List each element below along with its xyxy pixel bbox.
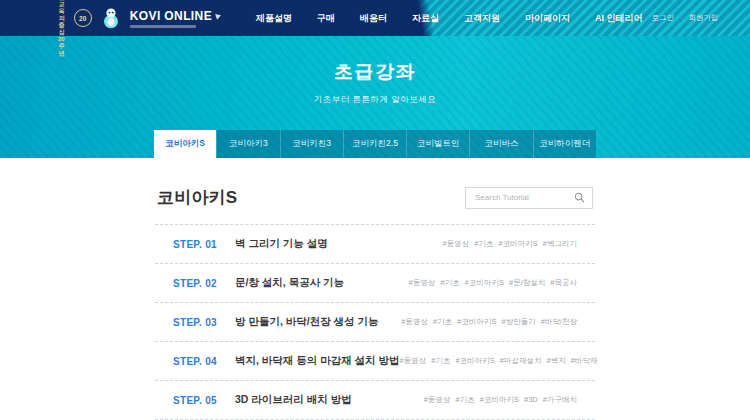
page-subtitle: 기초부터 튼튼하게 알아보세요 — [0, 94, 750, 106]
tab-kovi-archi-3[interactable]: 코비아키3 — [216, 130, 279, 158]
step-number: STEP. 03 — [173, 317, 225, 328]
tutorial-step-row-1[interactable]: STEP. 01 벽 그리기 기능 설명 #동영상 #기초 #코비아키S #벽그… — [155, 225, 595, 264]
tutorial-step-row-2[interactable]: STEP. 02 문/창 설치, 목공사 기능 #동영상 #기초 #코비아키S … — [155, 264, 595, 303]
tutorial-search-box[interactable] — [465, 187, 593, 209]
anniversary-badge: 온라인교육의 중심 20주년 — [58, 0, 65, 57]
menu-item-products[interactable]: 제품설명 — [256, 12, 292, 25]
main-menu: 제품설명 구매 배움터 자료실 고객지원 마이페이지 AI 인테리어 — [256, 12, 643, 25]
step-title: 벽지, 바닥재 등의 마감재 설치 방법 — [235, 354, 400, 368]
tab-kovi-highlander[interactable]: 코비하이랜더 — [533, 130, 596, 158]
step-number: STEP. 02 — [173, 278, 225, 289]
tab-kovi-archi-s[interactable]: 코비아키S — [154, 130, 216, 158]
top-navbar: 온라인교육의 중심 20주년 20 KOVI ONLINE 제품설명 구매 배움… — [0, 0, 750, 36]
hero-banner: 초급강좌 기초부터 튼튼하게 알아보세요 코비아키S 코비아키3 코비키친3 코… — [0, 36, 750, 158]
anniversary-badge-line1: 온라인교육의 — [58, 0, 65, 22]
step-title: 벽 그리기 기능 설명 — [235, 237, 328, 251]
logo-accent-icon — [215, 12, 222, 19]
step-tags: #동영상 #기초 #코비아키S #벽그리기 — [443, 239, 577, 249]
step-title: 방 만들기, 바닥/천장 생성 기능 — [235, 315, 379, 329]
anniversary-badge-line2: 중심 20주년 — [58, 22, 65, 57]
step-number: STEP. 05 — [173, 395, 225, 406]
step-number: STEP. 01 — [173, 239, 225, 250]
menu-item-support[interactable]: 고객지원 — [464, 12, 500, 25]
auth-links: 로그인 · 회원가입 — [652, 13, 719, 23]
menu-item-learning[interactable]: 배움터 — [360, 12, 387, 25]
step-number: STEP. 04 — [173, 356, 225, 367]
step-title: 문/창 설치, 목공사 기능 — [235, 276, 344, 290]
menu-item-resources[interactable]: 자료실 — [412, 12, 439, 25]
step-tags: #동영상 #기초 #코비아키S #마감재설치 #벽지 #바닥재 — [400, 356, 598, 366]
step-tags: #동영상 #기초 #코비아키S #방만들기 #바닥/천장 — [401, 317, 577, 327]
step-title: 3D 라이브러리 배치 방법 — [235, 393, 352, 407]
logo-tagline — [130, 25, 196, 28]
auth-separator: · — [680, 14, 683, 23]
step-tags: #동영상 #기초 #코비아키S #문/창설치 #목공사 — [409, 278, 577, 288]
tab-kovi-kitchen-3[interactable]: 코비키친3 — [280, 130, 343, 158]
tab-kovi-bath[interactable]: 코비바스 — [469, 130, 532, 158]
menu-item-purchase[interactable]: 구매 — [317, 12, 335, 25]
product-tabs: 코비아키S 코비아키3 코비키친3 코비키친2.5 코비빌트인 코비바스 코비하… — [154, 130, 596, 158]
menu-item-mypage[interactable]: 마이페이지 — [525, 12, 570, 25]
tutorial-step-row-3[interactable]: STEP. 03 방 만들기, 바닥/천장 생성 기능 #동영상 #기초 #코비… — [155, 303, 595, 342]
search-icon[interactable] — [574, 192, 585, 203]
menu-item-ai-interior[interactable]: AI 인테리어 — [595, 12, 643, 25]
page-title: 초급강좌 — [0, 36, 750, 85]
signup-link[interactable]: 회원가입 — [689, 13, 719, 23]
tutorial-step-row-4[interactable]: STEP. 04 벽지, 바닥재 등의 마감재 설치 방법 #동영상 #기초 #… — [155, 342, 595, 381]
logo[interactable]: KOVI ONLINE — [130, 9, 221, 28]
section-title: 코비아키S — [157, 186, 237, 209]
content-area: 코비아키S STEP. 01 벽 그리기 기능 설명 #동영상 #기초 #코비아… — [155, 158, 595, 420]
step-tags: #동영상 #기초 #코비아키S #3D #가구배치 — [424, 395, 577, 405]
tutorial-step-row-5[interactable]: STEP. 05 3D 라이브러리 배치 방법 #동영상 #기초 #코비아키S … — [155, 381, 595, 420]
login-link[interactable]: 로그인 — [652, 13, 675, 23]
mascot-logo-icon — [101, 7, 121, 29]
emblem-number: 20 — [79, 15, 86, 22]
tab-kovi-kitchen-2-5[interactable]: 코비키친2.5 — [343, 130, 406, 158]
logo-text: KOVI ONLINE — [130, 9, 212, 23]
tab-kovi-builtin[interactable]: 코비빌트인 — [406, 130, 469, 158]
laurel-20th-emblem-icon: 20 — [74, 9, 92, 27]
tutorial-step-list: STEP. 01 벽 그리기 기능 설명 #동영상 #기초 #코비아키S #벽그… — [155, 224, 595, 420]
search-input[interactable] — [473, 192, 574, 203]
